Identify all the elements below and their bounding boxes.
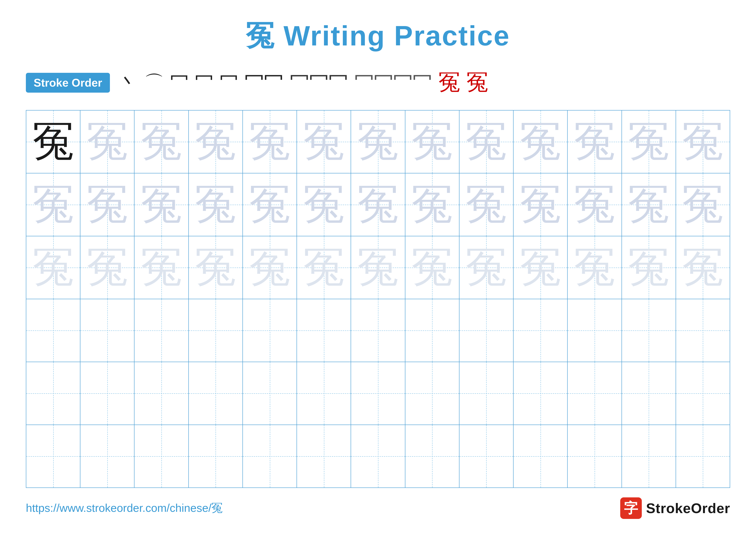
grid-row (26, 362, 730, 425)
cell-character: 冤 (304, 247, 344, 288)
stroke-order-section: Stroke Order 丶 ⌒ 冖 冖 冖 冖冖 冖冖冖 冖冖冖冖 冤 冤 (26, 68, 730, 97)
grid-cell: 冤 (351, 111, 405, 173)
stroke-3: 冖 (170, 70, 189, 95)
grid-cell (80, 299, 134, 362)
grid-cell: 冤 (26, 111, 80, 173)
grid-cell: 冤 (568, 111, 622, 173)
stroke-6: 冖冖 (245, 69, 284, 96)
cell-character: 冤 (141, 121, 182, 162)
grid-cell: 冤 (459, 173, 514, 236)
grid-cell: 冤 (297, 111, 351, 173)
grid-cell: 冤 (26, 236, 80, 299)
grid-cell: 冤 (134, 111, 189, 173)
cell-character: 冤 (682, 247, 723, 288)
stroke-2: ⌒ (145, 69, 164, 96)
grid-cell (134, 362, 189, 424)
grid-cell: 冤 (134, 236, 189, 299)
stroke-9: 冤 (439, 68, 460, 97)
grid-cell (405, 362, 459, 424)
grid-cell (80, 362, 134, 424)
grid-cell (622, 362, 676, 424)
grid-cell (622, 299, 676, 362)
grid-cell (243, 362, 297, 424)
grid-row (26, 299, 730, 362)
cell-character: 冤 (628, 121, 669, 162)
grid-cell: 冤 (405, 111, 459, 173)
grid-cell: 冤 (514, 111, 568, 173)
grid-cell: 冤 (622, 111, 676, 173)
grid-cell: 冤 (351, 236, 405, 299)
grid-cell (568, 299, 622, 362)
footer: https://www.strokeorder.com/chinese/冤 字 … (26, 497, 730, 519)
grid-cell: 冤 (189, 111, 243, 173)
practice-grid: 冤冤冤冤冤冤冤冤冤冤冤冤冤冤冤冤冤冤冤冤冤冤冤冤冤冤冤冤冤冤冤冤冤冤冤冤冤冤冤 (26, 110, 730, 488)
grid-cell (243, 425, 297, 488)
grid-row (26, 425, 730, 488)
grid-cell (568, 425, 622, 488)
cell-character: 冤 (574, 121, 615, 162)
cell-character: 冤 (520, 184, 561, 225)
cell-character: 冤 (466, 184, 507, 225)
cell-character: 冤 (141, 247, 182, 288)
grid-cell: 冤 (514, 173, 568, 236)
cell-character: 冤 (520, 121, 561, 162)
cell-character: 冤 (628, 184, 669, 225)
grid-cell (297, 425, 351, 488)
stroke-5: 冖 (220, 70, 238, 95)
grid-cell (297, 299, 351, 362)
cell-character: 冤 (195, 184, 236, 225)
cell-character: 冤 (358, 184, 398, 225)
cell-character: 冤 (141, 184, 182, 225)
grid-cell: 冤 (351, 173, 405, 236)
grid-cell: 冤 (676, 111, 730, 173)
grid-cell: 冤 (405, 173, 459, 236)
grid-cell (26, 299, 80, 362)
page-content: 冤 Writing Practice Stroke Order 丶 ⌒ 冖 冖 … (0, 0, 756, 534)
cell-character: 冤 (466, 247, 507, 288)
grid-cell (459, 299, 514, 362)
grid-cell: 冤 (80, 236, 134, 299)
grid-cell (189, 362, 243, 424)
cell-character: 冤 (682, 121, 723, 162)
grid-cell: 冤 (297, 173, 351, 236)
grid-cell (134, 299, 189, 362)
stroke-1: 丶 (119, 69, 138, 96)
grid-cell (134, 425, 189, 488)
cell-character: 冤 (249, 184, 290, 225)
cell-character: 冤 (412, 247, 452, 288)
grid-cell (514, 362, 568, 424)
grid-cell: 冤 (189, 236, 243, 299)
grid-cell (622, 425, 676, 488)
stroke-10: 冤 (467, 68, 488, 97)
cell-character: 冤 (682, 184, 723, 225)
cell-character: 冤 (33, 184, 74, 225)
cell-character: 冤 (195, 247, 236, 288)
grid-cell (676, 299, 730, 362)
cell-character: 冤 (87, 184, 128, 225)
grid-cell: 冤 (405, 236, 459, 299)
footer-url[interactable]: https://www.strokeorder.com/chinese/冤 (26, 501, 223, 516)
cell-character: 冤 (358, 121, 398, 162)
cell-character: 冤 (412, 121, 452, 162)
stroke-7: 冖冖冖 (290, 69, 348, 96)
cell-character: 冤 (249, 247, 290, 288)
grid-cell: 冤 (80, 173, 134, 236)
cell-character: 冤 (574, 247, 615, 288)
grid-cell: 冤 (297, 236, 351, 299)
stroke-8: 冖冖冖冖 (355, 69, 432, 96)
cell-character: 冤 (412, 184, 452, 225)
logo-icon: 字 (620, 497, 642, 519)
grid-cell: 冤 (622, 173, 676, 236)
grid-cell: 冤 (514, 236, 568, 299)
cell-character: 冤 (195, 121, 236, 162)
stroke-4: 冖 (195, 70, 213, 95)
cell-character: 冤 (574, 184, 615, 225)
stroke-sequence: 丶 ⌒ 冖 冖 冖 冖冖 冖冖冖 冖冖冖冖 冤 冤 (119, 68, 488, 97)
cell-character: 冤 (520, 247, 561, 288)
grid-cell (676, 362, 730, 424)
grid-cell (405, 425, 459, 488)
cell-character: 冤 (304, 121, 344, 162)
grid-cell: 冤 (568, 236, 622, 299)
grid-cell: 冤 (189, 173, 243, 236)
logo-text: StrokeOrder (646, 500, 730, 516)
